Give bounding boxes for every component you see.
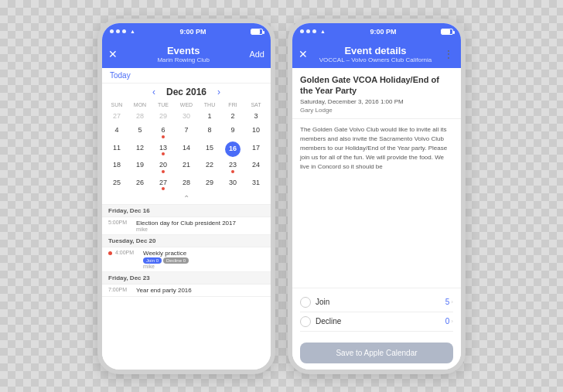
today-bar[interactable]: Today bbox=[102, 68, 271, 84]
month-nav: ‹ Dec 2016 › bbox=[102, 84, 271, 101]
day-mon: MON bbox=[128, 101, 152, 109]
cal-day[interactable]: 11 bbox=[105, 141, 128, 159]
cal-day[interactable]: 29 bbox=[152, 109, 175, 124]
nav-title-block: Event details VOCCAL – Volvo Owners Club… bbox=[319, 45, 432, 63]
signal-dot-2 bbox=[306, 29, 310, 33]
event-item-yearend[interactable]: 7:00PM Year end party 2016 bbox=[102, 285, 271, 297]
cal-day[interactable]: 15 bbox=[198, 141, 221, 159]
cal-day[interactable]: 3 bbox=[244, 109, 268, 124]
rsvp-join-chevron: › bbox=[451, 298, 453, 305]
cal-row-5: 25 26 27 28 29 30 31 bbox=[105, 176, 268, 193]
cal-day[interactable]: 30 bbox=[175, 109, 198, 124]
cal-day-23[interactable]: 23 bbox=[221, 158, 244, 176]
wifi-icon: ▲ bbox=[130, 29, 135, 34]
add-button[interactable]: Add bbox=[249, 49, 264, 59]
cal-day[interactable]: 28 bbox=[128, 109, 152, 124]
menu-button[interactable]: ⋮ bbox=[443, 48, 455, 60]
close-button[interactable]: ✕ bbox=[108, 48, 118, 60]
cal-day[interactable]: 5 bbox=[128, 123, 152, 141]
event-dot-wrap bbox=[108, 250, 112, 255]
event-title-weekly: Weekly practice bbox=[143, 250, 264, 257]
cal-day-today[interactable]: 16 bbox=[225, 141, 241, 157]
event-organizer: mike bbox=[143, 264, 264, 269]
event-item[interactable]: 5:00PM Election day for Club president 2… bbox=[102, 217, 271, 235]
nav-title: Events bbox=[157, 45, 210, 56]
cal-day[interactable]: 4 bbox=[105, 123, 128, 141]
rsvp-join-row[interactable]: Join 5 › bbox=[300, 293, 453, 312]
cal-day[interactable]: 18 bbox=[105, 158, 128, 176]
cal-day[interactable]: 8 bbox=[198, 123, 221, 141]
signal-dots: ▲ bbox=[300, 29, 326, 34]
cal-day[interactable]: 21 bbox=[175, 158, 198, 176]
rsvp-section: Join 5 › Decline 0 › bbox=[292, 288, 461, 336]
details-nav-bar: ✕ Event details VOCCAL – Volvo Owners Cl… bbox=[292, 40, 461, 68]
cal-day[interactable]: 12 bbox=[128, 141, 152, 159]
cal-day-16-wrap[interactable]: 16 bbox=[221, 141, 244, 159]
cal-day[interactable]: 17 bbox=[244, 141, 268, 159]
cal-day-13[interactable]: 13 bbox=[152, 141, 175, 159]
event-day-header-fri23: Friday, Dec 23 bbox=[102, 272, 271, 285]
calendar-nav-bar: ✕ Events Marin Rowing Club Add bbox=[102, 40, 271, 68]
battery-icon bbox=[251, 29, 263, 35]
next-month-button[interactable]: › bbox=[214, 87, 223, 97]
tag-join[interactable]: Join 0 bbox=[143, 257, 162, 264]
cal-day[interactable]: 31 bbox=[244, 176, 268, 193]
cal-day[interactable]: 25 bbox=[105, 176, 128, 193]
event-organizer: mike bbox=[136, 227, 264, 232]
cal-day[interactable]: 10 bbox=[244, 123, 268, 141]
event-tags: Join 0 Decline 0 bbox=[143, 257, 264, 264]
cal-day-20[interactable]: 20 bbox=[152, 158, 175, 176]
cal-day-27[interactable]: 27 bbox=[152, 176, 175, 193]
cal-day[interactable]: 22 bbox=[198, 158, 221, 176]
calendar-content: Today ‹ Dec 2016 › SUN MON TUE WED THU F… bbox=[102, 68, 271, 370]
cal-day[interactable]: 30 bbox=[221, 176, 244, 193]
tag-decline[interactable]: Decline 0 bbox=[163, 257, 189, 264]
month-title: Dec 2016 bbox=[166, 87, 206, 97]
status-time: 9:00 PM bbox=[370, 28, 396, 36]
save-to-calendar-button[interactable]: Save to Apple Calendar bbox=[300, 343, 453, 363]
cal-day[interactable]: 28 bbox=[175, 176, 198, 193]
status-bar-left: ▲ 9:00 PM bbox=[102, 23, 271, 40]
cal-day-6[interactable]: 6 bbox=[152, 123, 175, 141]
rsvp-decline-row[interactable]: Decline 0 › bbox=[300, 312, 453, 332]
cal-day[interactable]: 1 bbox=[198, 109, 221, 124]
event-title-yearend: Year end party 2016 bbox=[136, 287, 264, 294]
cal-day[interactable]: 27 bbox=[105, 109, 128, 124]
cal-day[interactable]: 26 bbox=[128, 176, 152, 193]
prev-month-button[interactable]: ‹ bbox=[149, 87, 159, 97]
cal-row-1: 27 28 29 30 1 2 3 bbox=[105, 109, 268, 124]
cal-day[interactable]: 14 bbox=[175, 141, 198, 159]
rsvp-decline-label: Decline bbox=[316, 317, 341, 326]
event-day-header-fri16: Friday, Dec 16 bbox=[102, 205, 271, 217]
cal-day[interactable]: 9 bbox=[221, 123, 244, 141]
event-header-block: Golden Gate VCOA Holiday/End of the Year… bbox=[292, 68, 461, 120]
status-time: 9:00 PM bbox=[179, 28, 206, 36]
cal-day[interactable]: 19 bbox=[128, 158, 152, 176]
day-sun: SUN bbox=[105, 101, 128, 109]
cal-day[interactable]: 24 bbox=[244, 158, 268, 176]
event-day-header-tue20: Tuesday, Dec 20 bbox=[102, 235, 271, 247]
rsvp-join-count: 5 › bbox=[445, 298, 453, 306]
event-time: 4:00PM bbox=[115, 250, 140, 255]
nav-title: Event details bbox=[319, 45, 432, 56]
event-detail: Year end party 2016 bbox=[136, 287, 264, 294]
events-list: Friday, Dec 16 5:00PM Election day for C… bbox=[102, 204, 271, 369]
expand-handle[interactable]: ⌃ bbox=[102, 193, 271, 204]
rsvp-decline-count: 0 › bbox=[445, 317, 453, 326]
close-button[interactable]: ✕ bbox=[299, 48, 308, 60]
event-title: Election day for Club president 2017 bbox=[136, 220, 264, 227]
event-date-line: Saturday, December 3, 2016 1:00 PM bbox=[300, 98, 453, 105]
cal-day[interactable]: 29 bbox=[198, 176, 221, 193]
day-thu: THU bbox=[198, 101, 221, 109]
battery-area bbox=[441, 29, 453, 35]
rsvp-decline-circle bbox=[300, 316, 311, 327]
calendar-phone: ▲ 9:00 PM ✕ Events Marin Rowing Club Add… bbox=[97, 19, 275, 374]
status-bar-right: ▲ 9:00 PM bbox=[292, 23, 461, 40]
signal-dot-2 bbox=[116, 29, 120, 33]
cal-day[interactable]: 2 bbox=[221, 109, 244, 124]
event-item-weekly[interactable]: 4:00PM Weekly practice Join 0 Decline 0 … bbox=[102, 247, 271, 272]
signal-dot-1 bbox=[300, 29, 304, 33]
cal-day[interactable]: 7 bbox=[175, 123, 198, 141]
day-headers: SUN MON TUE WED THU FRI SAT bbox=[105, 101, 268, 109]
battery-icon bbox=[441, 29, 453, 35]
